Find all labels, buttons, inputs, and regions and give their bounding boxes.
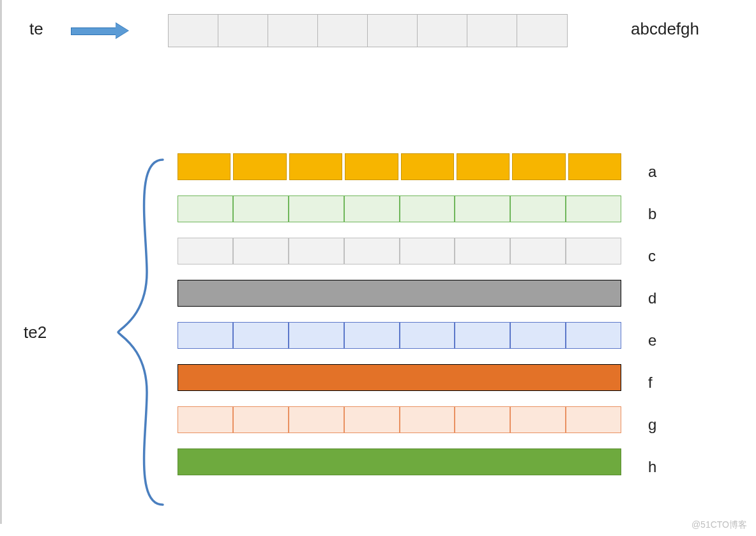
- arrow-icon: [71, 24, 130, 38]
- row-label-b: b: [648, 201, 674, 227]
- row-b-cell: [233, 195, 289, 222]
- row-h: [178, 448, 621, 475]
- top-cell: [268, 15, 318, 47]
- row-b-cell: [400, 195, 455, 222]
- row-e-cell: [400, 322, 455, 349]
- brace-icon: [112, 157, 169, 507]
- row-label-e: e: [648, 327, 674, 354]
- row-c-cell: [233, 238, 289, 264]
- row-g-cell: [400, 406, 455, 433]
- row-b-cell: [344, 195, 400, 222]
- row-b: [178, 195, 621, 222]
- row-a-cell: [289, 153, 342, 180]
- row-labels: a b c d e f g h: [648, 158, 674, 496]
- row-g-cell: [178, 406, 233, 433]
- row-a-cell: [345, 153, 398, 180]
- row-b-cell: [455, 195, 510, 222]
- row-a-cell: [512, 153, 565, 180]
- row-label-f: f: [648, 369, 674, 396]
- row-b-cell: [289, 195, 344, 222]
- row-a-cell: [178, 153, 231, 180]
- row-c: [178, 238, 621, 264]
- top-cell: [169, 15, 218, 47]
- row-d: [178, 280, 621, 307]
- rows-container: [178, 153, 621, 491]
- row-e-cell: [344, 322, 400, 349]
- row-c-cell: [344, 238, 400, 264]
- row-label-c: c: [648, 243, 674, 270]
- row-a-cell: [568, 153, 621, 180]
- row-c-cell: [455, 238, 510, 264]
- row-c-cell: [400, 238, 455, 264]
- row-c-cell: [510, 238, 566, 264]
- top-cell: [218, 15, 268, 47]
- frame-left-edge: [0, 0, 2, 524]
- row-b-cell: [510, 195, 566, 222]
- row-b-cell: [178, 195, 233, 222]
- top-cell: [368, 15, 418, 47]
- top-row-cells: [168, 14, 568, 47]
- row-a-cell: [233, 153, 286, 180]
- row-a: [178, 153, 621, 180]
- row-g-cell: [344, 406, 400, 433]
- top-cell: [418, 15, 467, 47]
- row-e-cell: [566, 322, 621, 349]
- row-g-cell: [289, 406, 344, 433]
- row-e: [178, 322, 621, 349]
- row-label-a: a: [648, 158, 674, 185]
- row-b-cell: [566, 195, 621, 222]
- top-cell: [318, 15, 368, 47]
- watermark: @51CTO博客: [692, 519, 747, 531]
- row-g-cell: [510, 406, 566, 433]
- row-e-cell: [289, 322, 344, 349]
- row-a-cell: [457, 153, 510, 180]
- label-te2: te2: [24, 323, 47, 342]
- row-f: [178, 364, 621, 391]
- row-c-cell: [289, 238, 344, 264]
- row-g-cell: [455, 406, 510, 433]
- row-c-cell: [566, 238, 621, 264]
- row-g-cell: [233, 406, 289, 433]
- row-label-d: d: [648, 285, 674, 312]
- label-te: te: [29, 19, 43, 39]
- label-top-sequence: abcdefgh: [631, 19, 699, 39]
- top-cell: [517, 15, 567, 47]
- row-a-cell: [401, 153, 454, 180]
- row-e-cell: [233, 322, 289, 349]
- row-label-h: h: [648, 454, 674, 480]
- row-e-cell: [178, 322, 233, 349]
- row-e-cell: [510, 322, 566, 349]
- row-c-cell: [178, 238, 233, 264]
- row-label-g: g: [648, 411, 674, 438]
- row-g: [178, 406, 621, 433]
- row-e-cell: [455, 322, 510, 349]
- top-cell: [467, 15, 517, 47]
- row-g-cell: [566, 406, 621, 433]
